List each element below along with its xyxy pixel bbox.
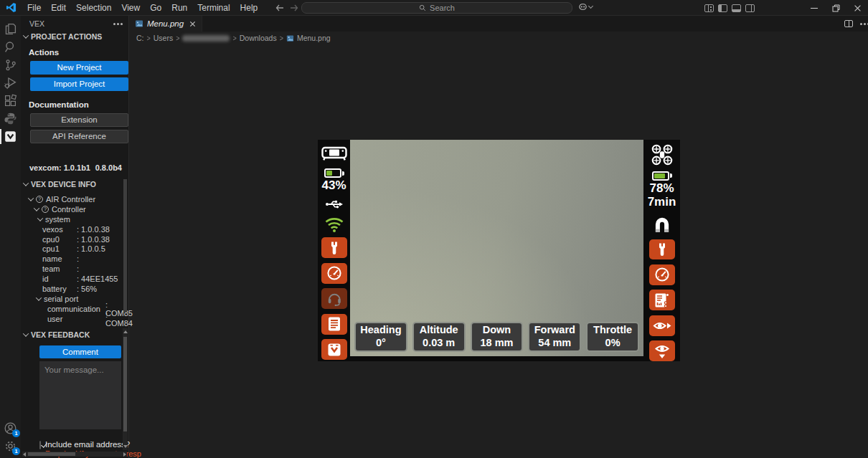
- sidebar-item-explorer[interactable]: [0, 20, 21, 38]
- tab-bar: Menu.png: [129, 16, 868, 32]
- vscode-logo-icon: [6, 2, 16, 13]
- accounts-button[interactable]: 1: [0, 419, 21, 437]
- scroll-up-icon[interactable]: [123, 330, 128, 333]
- telemetry-down: Down18 mm: [471, 322, 524, 352]
- question-icon: ?: [36, 196, 43, 203]
- camera-letterbox: [350, 356, 643, 361]
- toggle-panel-icon[interactable]: [732, 4, 741, 12]
- menu-go[interactable]: Go: [145, 0, 166, 16]
- eye-forward-icon: [653, 319, 671, 333]
- menu-file[interactable]: File: [22, 0, 46, 16]
- tab-menu-png[interactable]: Menu.png: [129, 16, 202, 32]
- vex-toolbox-button[interactable]: [321, 339, 347, 360]
- question-icon: ?: [42, 206, 49, 213]
- import-project-button[interactable]: Import Project: [30, 77, 128, 91]
- feedback-scrollbar[interactable]: [123, 328, 128, 450]
- include-email-checkbox[interactable]: [39, 441, 41, 449]
- sidebar-item-vex[interactable]: [0, 128, 21, 145]
- copilot-icon: [578, 2, 588, 11]
- api-reference-button[interactable]: API Reference: [30, 130, 128, 143]
- section-device-info[interactable]: VEX DEVICE INFO: [21, 179, 128, 189]
- more-actions-icon[interactable]: [113, 23, 115, 25]
- more-actions-icon[interactable]: [860, 23, 862, 25]
- telemetry-bar: Heading0° Altitude0.03 m Down18 mm Forwa…: [350, 322, 643, 352]
- menu-run[interactable]: Run: [166, 0, 192, 16]
- headset-button[interactable]: [321, 288, 347, 309]
- tree-item-battery[interactable]: battery: 56%: [21, 284, 128, 294]
- wifi-icon: [324, 216, 345, 233]
- breadcrumb-file[interactable]: Menu.png: [297, 34, 331, 42]
- tree-item-id[interactable]: id: 44EE1455: [21, 274, 128, 284]
- tree-scrollbar[interactable]: [123, 179, 127, 313]
- section-label: PROJECT ACTIONS: [31, 32, 102, 41]
- breadcrumb-username-redacted[interactable]: [182, 35, 230, 42]
- scroll-right-icon[interactable]: [123, 452, 126, 457]
- tree-item-vexos[interactable]: vexos: 1.0.0.38: [21, 224, 128, 234]
- tree-item-controller[interactable]: ? Controller: [21, 204, 128, 214]
- breadcrumb-users[interactable]: Users: [154, 34, 173, 42]
- telemetry-throttle: Throttle0%: [586, 322, 639, 352]
- python-icon: [4, 112, 17, 125]
- restore-button[interactable]: [825, 0, 846, 16]
- sidebar-item-extensions[interactable]: [0, 92, 21, 110]
- tree-item-air-controller[interactable]: ? AIR Controller: [21, 194, 128, 204]
- breadcrumb-downloads[interactable]: Downloads: [240, 34, 277, 42]
- sidebar-item-run-debug[interactable]: [0, 74, 21, 92]
- accounts-badge: 1: [12, 429, 20, 437]
- tree-item-cpu0[interactable]: cpu0: 1.0.0.38: [21, 234, 128, 244]
- vscode-window: { "colors": { "accent_blue": "#0e7ad6", …: [0, 0, 868, 458]
- copilot-button[interactable]: [578, 2, 593, 11]
- menu-view[interactable]: View: [116, 0, 145, 16]
- comment-button[interactable]: Comment: [39, 345, 121, 358]
- configure-drone-button[interactable]: [649, 239, 675, 260]
- sidebar-horizontal-scrollbar[interactable]: [22, 452, 127, 457]
- flight-log-icon: [654, 292, 669, 308]
- menu-edit[interactable]: Edit: [46, 0, 71, 16]
- menu-terminal[interactable]: Terminal: [192, 0, 235, 16]
- tree-item-team[interactable]: team:: [21, 264, 128, 274]
- usb-icon: [325, 197, 344, 211]
- section-project-actions[interactable]: PROJECT ACTIONS: [21, 32, 128, 42]
- scroll-down-icon[interactable]: [123, 445, 128, 448]
- tree-item-cpu1[interactable]: cpu1: 1.0.0.5: [21, 244, 128, 254]
- search-input[interactable]: Search: [301, 2, 572, 14]
- flight-log-button[interactable]: [649, 290, 675, 310]
- controller-dashboard-button[interactable]: [321, 263, 347, 284]
- chevron-down-icon: [34, 205, 39, 211]
- new-project-button[interactable]: New Project: [30, 61, 128, 75]
- tree-item-user[interactable]: user: COM84: [21, 314, 128, 324]
- feedback-message-input[interactable]: [39, 361, 121, 429]
- chevron-down-icon: [37, 215, 43, 221]
- extension-docs-button[interactable]: Extension: [30, 113, 128, 127]
- breadcrumb-drive[interactable]: C:: [136, 34, 144, 42]
- menu-selection[interactable]: Selection: [71, 0, 116, 16]
- split-editor-icon[interactable]: [844, 20, 853, 27]
- tree-item-name[interactable]: name:: [21, 254, 128, 264]
- sidebar-item-search[interactable]: [0, 38, 21, 56]
- close-button[interactable]: [846, 0, 868, 16]
- magnet-icon: [652, 214, 672, 234]
- documentation-heading: Documentation: [21, 100, 128, 110]
- settings-badge: 1: [12, 447, 20, 455]
- view-down-camera-button[interactable]: [649, 340, 675, 361]
- customize-layout-icon[interactable]: [704, 4, 714, 12]
- toggle-secondary-sidebar-icon[interactable]: [745, 4, 755, 12]
- menu-help[interactable]: Help: [235, 0, 263, 16]
- forward-arrow-icon[interactable]: [290, 4, 298, 11]
- log-button[interactable]: [321, 314, 347, 335]
- minimize-button[interactable]: [803, 0, 825, 16]
- back-arrow-icon[interactable]: [275, 4, 284, 11]
- section-feedback[interactable]: VEX FEEDBACK: [21, 330, 128, 340]
- configure-controller-button[interactable]: [321, 237, 347, 258]
- title-bar: File Edit Selection View Go Run Terminal…: [0, 0, 868, 16]
- sidebar-item-python[interactable]: [0, 110, 21, 128]
- close-icon[interactable]: [189, 21, 196, 27]
- telemetry-heading: Heading0°: [354, 322, 407, 352]
- drone-dashboard-button[interactable]: [649, 264, 675, 285]
- scroll-left-icon[interactable]: [23, 452, 26, 457]
- sidebar-item-source-control[interactable]: [0, 56, 21, 74]
- toggle-primary-sidebar-icon[interactable]: [718, 4, 727, 12]
- tree-item-system[interactable]: system: [21, 214, 128, 224]
- view-forward-camera-button[interactable]: [649, 315, 675, 336]
- settings-button[interactable]: 1: [0, 437, 21, 455]
